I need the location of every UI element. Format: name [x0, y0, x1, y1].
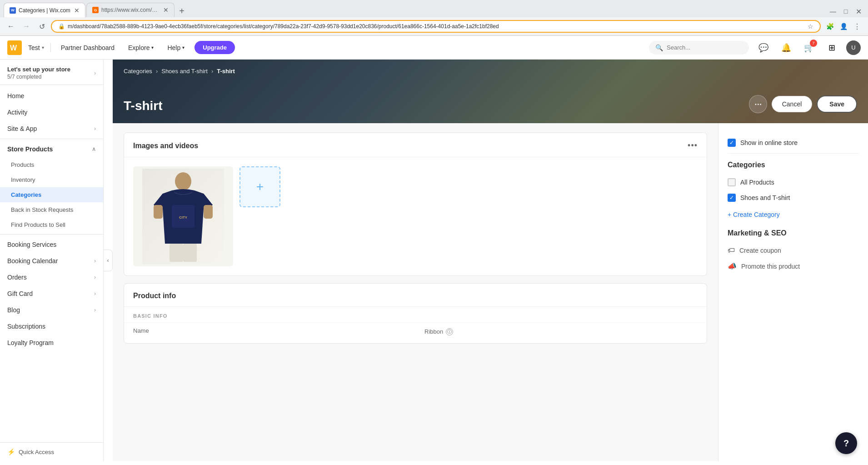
chat-button[interactable]: 💬: [755, 40, 772, 56]
search-input[interactable]: [667, 44, 743, 51]
main-area: Let's set up your store 5/7 completed › …: [0, 60, 868, 461]
close-window-button[interactable]: ✕: [853, 5, 864, 17]
shoes-tshirt-label: Shoes and T-shirt: [740, 194, 790, 201]
store-products-chevron-icon: ∧: [92, 146, 96, 152]
setup-progress: 5/7 completed: [7, 74, 70, 80]
svg-rect-10: [183, 244, 197, 262]
sidebar-item-orders[interactable]: Orders ›: [0, 269, 103, 285]
apps-button[interactable]: ⊞: [823, 40, 840, 56]
all-products-checkbox[interactable]: [728, 178, 736, 186]
help-button[interactable]: Help ▾: [164, 41, 188, 54]
browser-tab-inactive[interactable]: G https://www.wix.com/oauth/acc... ✕: [86, 3, 175, 17]
setup-title: Let's set up your store: [7, 66, 70, 73]
upgrade-button[interactable]: Upgrade: [195, 41, 235, 54]
name-label: Name: [133, 327, 406, 334]
sidebar-item-activity[interactable]: Activity: [0, 104, 103, 120]
ribbon-info-icon[interactable]: ⓘ: [446, 328, 453, 335]
sidebar-item-inventory[interactable]: Inventory: [0, 172, 103, 187]
browser-tab-active[interactable]: W Categories | Wix.com ✕: [4, 3, 85, 17]
breadcrumb-shoes-tshirt[interactable]: Shoes and T-shirt: [161, 68, 208, 75]
breadcrumb-categories[interactable]: Categories: [124, 68, 152, 75]
all-products-label: All Products: [740, 179, 774, 186]
quick-access-label: Quick Access: [19, 449, 54, 455]
sidebar-item-blog[interactable]: Blog ›: [0, 302, 103, 318]
setup-section[interactable]: Let's set up your store 5/7 completed ›: [0, 60, 103, 85]
help-chevron-icon: ▾: [182, 45, 185, 50]
new-tab-button[interactable]: +: [175, 5, 188, 17]
refresh-button[interactable]: ↺: [35, 20, 48, 33]
cart-button[interactable]: 🛒 7: [801, 40, 817, 56]
save-button[interactable]: Save: [817, 95, 857, 113]
categories-section: Categories All Products ✓ Shoes and T-sh…: [728, 161, 859, 220]
sidebar-item-gift-card[interactable]: Gift Card ›: [0, 285, 103, 302]
svg-point-3: [175, 172, 191, 190]
notifications-button[interactable]: 🔔: [778, 40, 794, 56]
svg-text:W: W: [10, 44, 17, 52]
more-options-button[interactable]: ⋯: [749, 95, 767, 113]
tshirt-svg: CITY: [142, 169, 224, 264]
sidebar-item-loyalty-program[interactable]: Loyalty Program: [0, 335, 103, 351]
add-image-button[interactable]: +: [239, 166, 280, 207]
quick-access[interactable]: ⚡ Quick Access: [0, 442, 103, 461]
images-section-body: CITY +: [124, 157, 707, 275]
extensions-button[interactable]: 🧩: [823, 20, 836, 33]
name-field-group: Name: [133, 327, 406, 336]
breadcrumb-sep-1: ›: [156, 68, 158, 75]
help-fab[interactable]: ?: [835, 432, 857, 454]
tab-close-1[interactable]: ✕: [74, 7, 80, 14]
forward-button[interactable]: →: [20, 20, 33, 33]
sidebar-item-booking-services[interactable]: Booking Services: [0, 236, 103, 253]
create-category-link[interactable]: + Create Category: [728, 209, 859, 220]
images-section-header: Images and videos •••: [124, 133, 707, 157]
explore-button[interactable]: Explore ▾: [125, 41, 157, 54]
promote-product-item[interactable]: 📣 Promote this product: [728, 258, 859, 274]
chrome-menu-button[interactable]: ⋮: [851, 20, 863, 33]
minimize-button[interactable]: —: [827, 5, 839, 17]
svg-rect-9: [170, 244, 183, 262]
show-in-store-checkbox[interactable]: ✓: [728, 139, 736, 147]
marketing-section: Marketing & SEO 🏷 Create coupon 📣 Promot…: [728, 229, 859, 274]
sidebar-nav: Home Activity Site & App › Store Product…: [0, 85, 103, 442]
search-bar[interactable]: 🔍: [649, 41, 749, 55]
breadcrumb: Categories › Shoes and T-shirt › T-shirt: [124, 68, 235, 75]
gift-card-chevron-icon: ›: [94, 290, 96, 297]
sidebar-item-find-products[interactable]: Find Products to Sell: [0, 217, 103, 232]
bookmark-button[interactable]: ☆: [808, 23, 813, 30]
sidebar: Let's set up your store 5/7 completed › …: [0, 60, 104, 461]
sidebar-item-site-app[interactable]: Site & App ›: [0, 120, 103, 137]
address-bar[interactable]: 🔒 ☆: [51, 20, 821, 33]
sidebar-item-categories[interactable]: Categories: [0, 187, 103, 202]
svg-rect-8: [204, 205, 213, 219]
sidebar-item-back-in-stock[interactable]: Back in Stock Requests: [0, 202, 103, 217]
back-button[interactable]: ←: [5, 20, 17, 33]
main-panel: Images and videos •••: [113, 123, 718, 461]
show-in-store-label: Show in online store: [740, 139, 798, 146]
wix-logo: W: [7, 40, 22, 55]
product-info-section: Product info BASIC INFO Name Ribbon ⓘ: [124, 283, 707, 344]
sidebar-item-products[interactable]: Products: [0, 157, 103, 172]
promote-icon: 📣: [728, 262, 737, 270]
cancel-button[interactable]: Cancel: [772, 96, 813, 112]
browser-chrome: W Categories | Wix.com ✕ G https://www.w…: [0, 0, 868, 36]
cart-badge: 7: [810, 40, 817, 47]
partner-dashboard-button[interactable]: Partner Dashboard: [57, 41, 118, 54]
site-name[interactable]: Test ▾: [28, 44, 44, 51]
sidebar-collapse-button[interactable]: ‹: [104, 250, 113, 271]
address-input[interactable]: [68, 23, 805, 30]
avatar[interactable]: U: [846, 40, 861, 55]
shoes-tshirt-checkbox[interactable]: ✓: [728, 194, 736, 202]
promote-product-label: Promote this product: [741, 263, 800, 270]
sidebar-item-subscriptions[interactable]: Subscriptions: [0, 318, 103, 335]
sidebar-item-booking-calendar[interactable]: Booking Calendar ›: [0, 253, 103, 269]
basic-info-label: BASIC INFO: [124, 307, 707, 322]
product-main-image[interactable]: CITY: [133, 166, 233, 266]
images-section-title: Images and videos: [133, 142, 198, 150]
profile-button[interactable]: 👤: [837, 20, 850, 33]
create-coupon-item[interactable]: 🏷 Create coupon: [728, 243, 859, 258]
sidebar-item-home[interactable]: Home: [0, 88, 103, 104]
maximize-button[interactable]: □: [840, 5, 852, 17]
images-menu-button[interactable]: •••: [688, 141, 698, 150]
product-name-row: Name Ribbon ⓘ: [124, 322, 707, 343]
tab-close-2[interactable]: ✕: [163, 6, 169, 14]
sidebar-item-store-products[interactable]: Store Products ∧: [0, 141, 103, 157]
